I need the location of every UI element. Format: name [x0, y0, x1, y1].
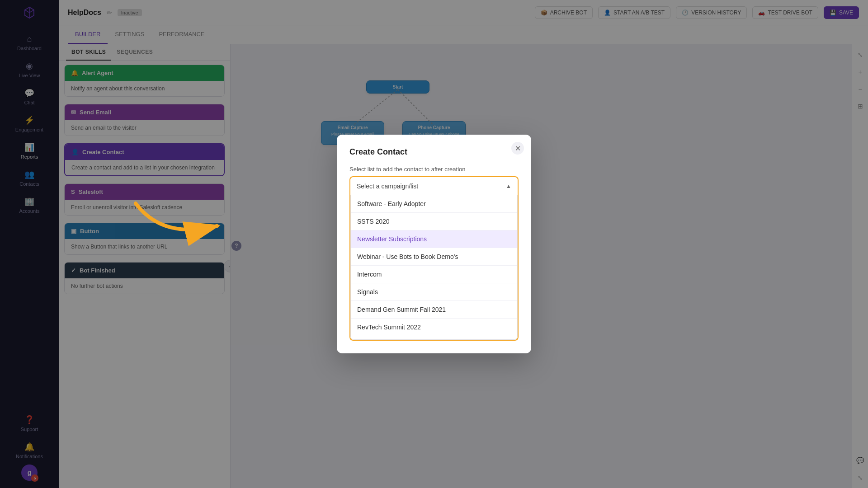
dropdown-item-4[interactable]: Intercom [351, 266, 517, 283]
campaign-select[interactable]: Select a campaign/list ▲ [350, 177, 518, 195]
modal-close-button[interactable]: ✕ [511, 142, 524, 155]
select-placeholder: Select a campaign/list [357, 183, 418, 190]
dropdown-item-1[interactable]: SSTS 2020 [351, 213, 517, 230]
modal-title: Create Contact [349, 147, 519, 157]
dropdown-item-0[interactable]: Software - Early Adopter [351, 195, 517, 213]
dropdown-item-2[interactable]: Newsletter Subscriptions [351, 230, 517, 248]
chevron-up-icon: ▲ [506, 183, 511, 189]
create-contact-modal: ✕ Create Contact Select list to add the … [337, 135, 531, 353]
arrow-annotation [127, 194, 235, 249]
select-wrapper: Select a campaign/list ▲ Software - Earl… [349, 176, 519, 341]
dropdown-item-6[interactable]: Demand Gen Summit Fall 2021 [351, 301, 517, 319]
dropdown-item-8[interactable]: Demand Gen Summit Spring 2022 [351, 336, 517, 340]
dropdown-item-7[interactable]: RevTech Summit 2022 [351, 319, 517, 336]
dropdown-item-5[interactable]: Signals [351, 283, 517, 301]
dropdown-list: Software - Early Adopter SSTS 2020 Newsl… [350, 195, 518, 340]
modal-label: Select list to add the contact to after … [349, 166, 519, 173]
modal-overlay[interactable]: ✕ Create Contact Select list to add the … [0, 0, 868, 488]
dropdown-item-3[interactable]: Webinar - Use Bots to Book Demo's [351, 248, 517, 266]
